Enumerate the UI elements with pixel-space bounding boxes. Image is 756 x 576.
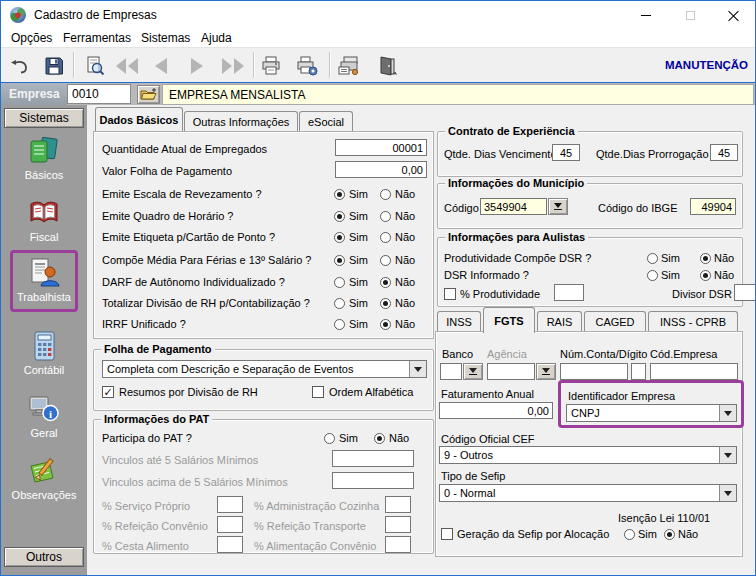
servico-proprio-field[interactable] <box>217 496 243 513</box>
qtde-empregados-field[interactable] <box>335 139 427 156</box>
menu-opcoes[interactable]: Opções <box>11 31 52 45</box>
menu-ferramentas[interactable]: Ferramentas <box>63 31 131 45</box>
combobox-arrow-button[interactable] <box>719 447 736 463</box>
faturamento-field[interactable] <box>439 402 553 419</box>
print-report-button[interactable] <box>335 52 363 79</box>
refeicao-transporte-field[interactable] <box>385 516 411 533</box>
radio-nao[interactable] <box>380 277 391 288</box>
close-button[interactable] <box>711 1 756 29</box>
next-record-button[interactable] <box>183 52 211 79</box>
tab-outras-informacoes[interactable]: Outras Informações <box>184 111 298 131</box>
sidebar-item-contabil[interactable]: Contábil <box>1 329 87 376</box>
produtividade-field[interactable] <box>554 284 584 301</box>
radio-nao[interactable] <box>380 189 391 200</box>
subtab-inss[interactable]: INSS <box>437 311 481 331</box>
codigo-municipio-field[interactable] <box>480 198 547 215</box>
radio-nao[interactable] <box>700 270 711 281</box>
administracao-cozinha-field[interactable] <box>385 496 411 513</box>
cesta-alimento-field[interactable] <box>217 536 243 553</box>
codigo-ibge-field[interactable] <box>690 198 736 215</box>
radio-sim[interactable] <box>334 255 345 266</box>
combobox-arrow-button[interactable] <box>719 485 736 501</box>
resumos-divisao-checkbox[interactable] <box>102 386 114 398</box>
digito-field[interactable] <box>631 363 646 380</box>
dias-prorrogacao-field[interactable] <box>710 144 738 161</box>
divisor-dsr-label: Divisor DSR <box>672 288 732 301</box>
subtab-inss-cprb[interactable]: INSS - CPRB <box>648 311 738 331</box>
vinc1-field[interactable] <box>332 450 414 467</box>
agencia-lookup-button[interactable] <box>536 363 556 380</box>
exit-button[interactable] <box>373 52 401 79</box>
combobox-arrow-button[interactable] <box>409 361 426 377</box>
radio-sim[interactable] <box>334 277 345 288</box>
radio-sim[interactable] <box>624 529 635 540</box>
radio-sim[interactable] <box>334 211 345 222</box>
valor-folha-field[interactable] <box>335 161 427 178</box>
alimentacao-convenio-field[interactable] <box>385 536 411 553</box>
last-record-button[interactable] <box>217 52 249 79</box>
question-label: Emite Etiqueta p/Cartão de Ponto ? <box>102 231 275 244</box>
radio-sim[interactable] <box>647 253 658 264</box>
save-button[interactable] <box>40 52 68 79</box>
tab-dados-basicos[interactable]: Dados Básicos <box>95 107 183 131</box>
sidebar-top-button[interactable]: Sistemas <box>4 108 84 128</box>
tab-esocial[interactable]: eSocial <box>299 111 353 131</box>
menu-sistemas[interactable]: Sistemas <box>141 31 190 45</box>
sidebar-item-trabalhista[interactable]: Trabalhista <box>1 256 87 303</box>
radio-nao[interactable] <box>380 211 391 222</box>
codigo-lookup-button[interactable] <box>548 198 568 215</box>
radio-sim[interactable] <box>334 232 345 243</box>
sefip-combobox[interactable]: 0 - Normal <box>439 484 737 502</box>
radio-sim[interactable] <box>647 270 658 281</box>
agencia-field[interactable] <box>487 363 535 380</box>
undo-button[interactable] <box>6 52 34 79</box>
print-button[interactable] <box>257 52 285 79</box>
sidebar-item-geral[interactable]: i Geral <box>1 392 87 439</box>
previous-record-button[interactable] <box>147 52 175 79</box>
folha-tipo-combobox[interactable]: Completa com Descrição e Separação de Ev… <box>102 360 427 378</box>
ordem-alfabetica-checkbox[interactable] <box>312 386 324 398</box>
company-code-field[interactable] <box>67 84 131 104</box>
combobox-arrow-button[interactable] <box>719 405 736 421</box>
sidebar-item-basicos[interactable]: Básicos <box>1 134 87 181</box>
menu-ajuda[interactable]: Ajuda <box>201 31 232 45</box>
refeicao-convenio-field[interactable] <box>217 516 243 533</box>
radio-nao[interactable] <box>380 232 391 243</box>
first-record-button[interactable] <box>111 52 143 79</box>
produtividade-checkbox[interactable] <box>444 288 456 300</box>
subtab-fgts[interactable]: FGTS <box>483 307 535 333</box>
radio-nao[interactable] <box>380 255 391 266</box>
conta-field[interactable] <box>560 363 628 380</box>
subtab-rais[interactable]: RAIS <box>537 311 582 331</box>
identificador-combobox[interactable]: CNPJ <box>566 404 737 422</box>
print-preview-button[interactable] <box>81 52 109 79</box>
radio-label-nao: Não <box>395 318 415 331</box>
minimize-button[interactable] <box>623 1 668 29</box>
dias-vencimento-field[interactable] <box>552 144 580 161</box>
radio-sim[interactable] <box>334 319 345 330</box>
print-config-button[interactable] <box>293 52 321 79</box>
radio-nao[interactable] <box>380 298 391 309</box>
company-name-field[interactable] <box>162 84 754 105</box>
maximize-button[interactable] <box>668 1 713 29</box>
sidebar-bottom-button[interactable]: Outros <box>4 547 84 567</box>
geracao-sefip-checkbox[interactable] <box>441 528 453 540</box>
banco-lookup-button[interactable] <box>463 363 483 380</box>
radio-sim[interactable] <box>324 433 335 444</box>
radio-nao[interactable] <box>374 433 385 444</box>
banco-field[interactable] <box>440 363 462 380</box>
cef-combobox[interactable]: 9 - Outros <box>439 446 737 464</box>
radio-sim[interactable] <box>334 189 345 200</box>
radio-nao[interactable] <box>664 529 675 540</box>
vinc2-field[interactable] <box>332 472 414 489</box>
radio-sim[interactable] <box>334 298 345 309</box>
divisor-dsr-field[interactable] <box>734 284 756 301</box>
sidebar-item-fiscal[interactable]: Fiscal <box>1 196 87 243</box>
radio-nao[interactable] <box>380 319 391 330</box>
subtab-caged[interactable]: CAGED <box>584 311 646 331</box>
sidebar-item-observacoes[interactable]: Observações <box>1 454 87 501</box>
cod-empresa-field[interactable] <box>650 363 738 380</box>
sidebar: Sistemas Básicos <box>1 105 87 576</box>
open-company-button[interactable] <box>137 85 160 104</box>
radio-nao[interactable] <box>700 253 711 264</box>
